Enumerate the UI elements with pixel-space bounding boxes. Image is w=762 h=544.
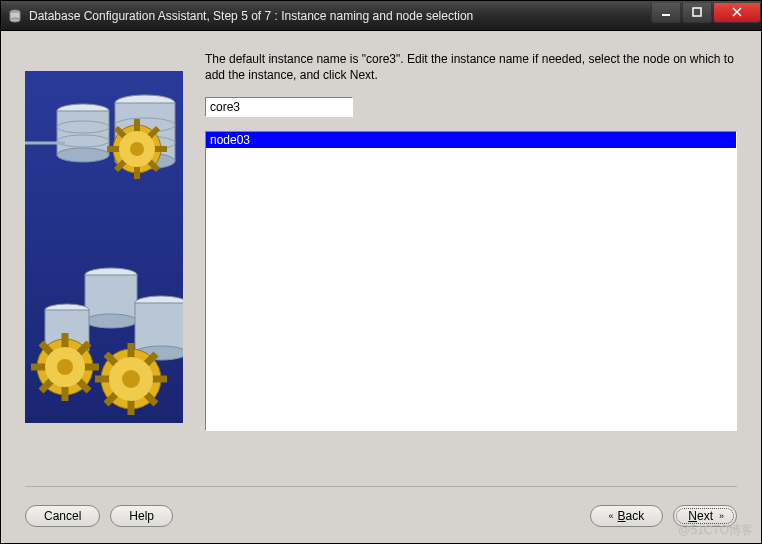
instruction-text: The default instance name is "core3". Ed…: [205, 51, 737, 83]
svg-point-22: [130, 142, 144, 156]
chevron-right-icon: »: [719, 511, 722, 521]
window-title: Database Configuration Assistant, Step 5…: [29, 9, 650, 23]
cancel-button[interactable]: Cancel: [25, 505, 100, 527]
close-button[interactable]: [713, 3, 761, 23]
node-list-item[interactable]: node03: [206, 132, 736, 148]
svg-point-7: [57, 148, 109, 162]
chevron-left-icon: «: [609, 511, 612, 521]
svg-rect-4: [693, 8, 701, 16]
app-window: Database Configuration Assistant, Step 5…: [0, 0, 762, 544]
node-list[interactable]: node03: [205, 131, 737, 431]
maximize-button[interactable]: [682, 3, 712, 23]
svg-rect-30: [135, 303, 183, 353]
wizard-side-image: [25, 71, 183, 423]
button-bar: Cancel Help « Back Next »: [25, 486, 737, 527]
svg-point-2: [10, 18, 20, 22]
svg-point-25: [85, 314, 137, 328]
right-pane: The default instance name is "core3". Ed…: [205, 51, 737, 472]
instance-name-input[interactable]: [205, 97, 353, 117]
svg-rect-3: [662, 14, 670, 16]
titlebar: Database Configuration Assistant, Step 5…: [1, 1, 761, 31]
window-controls: [650, 3, 761, 23]
back-button[interactable]: « Back: [590, 505, 664, 527]
help-button[interactable]: Help: [110, 505, 173, 527]
svg-point-38: [57, 359, 73, 375]
content-area: The default instance name is "core3". Ed…: [1, 31, 761, 543]
minimize-button[interactable]: [651, 3, 681, 23]
next-button[interactable]: Next »: [673, 505, 737, 527]
svg-point-45: [122, 370, 140, 388]
app-icon: [7, 8, 23, 24]
